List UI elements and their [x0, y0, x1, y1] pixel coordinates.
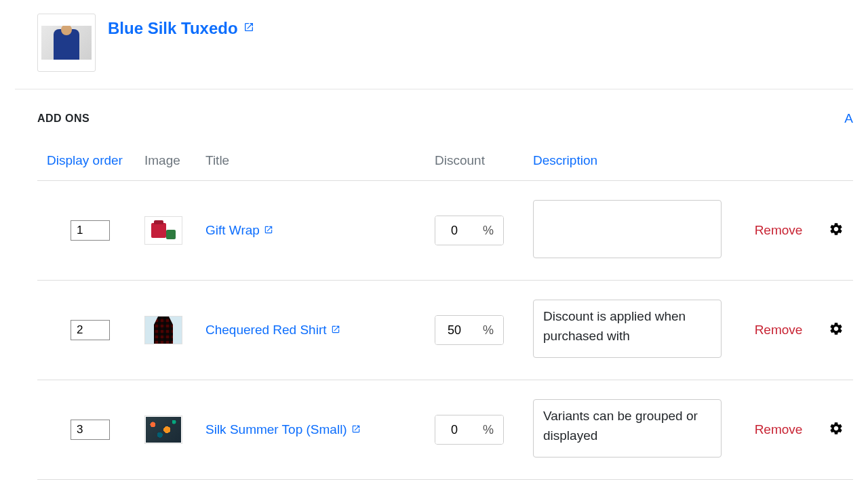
percent-symbol: %: [473, 415, 503, 444]
discount-input[interactable]: [435, 216, 473, 245]
display-order-input[interactable]: [71, 220, 110, 241]
display-order-input[interactable]: [71, 420, 110, 440]
percent-symbol: %: [473, 316, 503, 344]
addon-title-link[interactable]: Gift Wrap: [205, 223, 273, 238]
addon-thumbnail[interactable]: [144, 216, 182, 245]
external-link-icon: [351, 424, 361, 436]
table-row: Silk Summer Top (Medium) % Remove: [37, 480, 853, 489]
addon-title-link[interactable]: Chequered Red Shirt: [205, 323, 340, 338]
display-order-input[interactable]: [71, 320, 110, 340]
discount-field: %: [435, 216, 504, 245]
col-image: Image: [139, 146, 200, 181]
addon-title-link[interactable]: Silk Summer Top (Small): [205, 422, 361, 437]
table-row: Gift Wrap % Remove: [37, 181, 853, 281]
addon-title: Gift Wrap: [205, 223, 260, 238]
col-display-order[interactable]: Display order: [37, 146, 139, 181]
external-link-icon: [264, 225, 273, 237]
external-link-icon: [243, 22, 254, 36]
addon-thumbnail[interactable]: [144, 316, 182, 344]
addon-title: Chequered Red Shirt: [205, 323, 327, 338]
product-title-link[interactable]: Blue Silk Tuxedo: [108, 14, 254, 38]
table-row: Chequered Red Shirt % Remove: [37, 281, 853, 380]
percent-symbol: %: [473, 216, 503, 245]
gear-icon[interactable]: [829, 321, 844, 336]
add-link-partial[interactable]: A: [844, 111, 853, 126]
description-textarea[interactable]: [533, 399, 722, 458]
gear-icon[interactable]: [829, 421, 844, 436]
col-description[interactable]: Description: [528, 146, 738, 181]
discount-field: %: [435, 415, 504, 445]
description-textarea[interactable]: [533, 300, 722, 358]
external-link-icon: [331, 325, 340, 336]
remove-link[interactable]: Remove: [755, 422, 803, 436]
col-title: Title: [200, 146, 429, 181]
col-discount: Discount: [429, 146, 528, 181]
remove-link[interactable]: Remove: [755, 323, 803, 337]
description-textarea[interactable]: [533, 200, 722, 258]
discount-input[interactable]: [435, 415, 473, 444]
addon-title: Silk Summer Top (Small): [205, 422, 347, 437]
product-title: Blue Silk Tuxedo: [108, 19, 238, 38]
gear-icon[interactable]: [829, 222, 844, 237]
table-row: Silk Summer Top (Small) % Remove: [37, 380, 853, 480]
discount-field: %: [435, 315, 504, 345]
discount-input[interactable]: [435, 316, 473, 344]
section-title: ADD ONS: [37, 113, 90, 125]
addons-table: Display order Image Title Discount Descr…: [37, 146, 853, 488]
addon-thumbnail[interactable]: [144, 415, 182, 444]
product-thumbnail[interactable]: [37, 14, 96, 72]
remove-link[interactable]: Remove: [755, 223, 803, 237]
